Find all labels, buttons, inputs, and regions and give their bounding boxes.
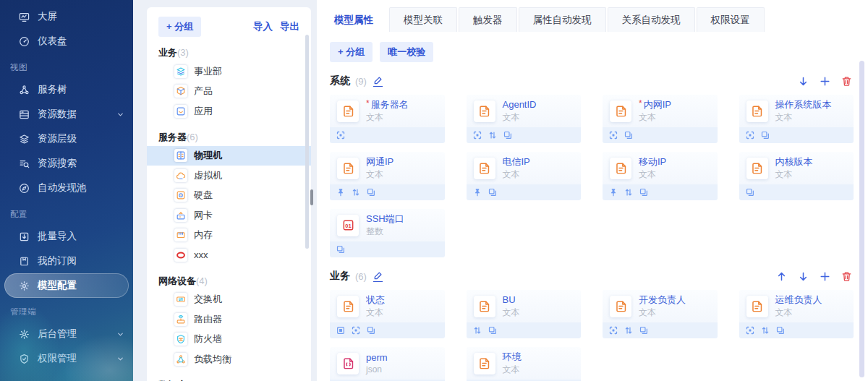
sidebar-item[interactable]: 模型配置 [4,273,129,298]
sidebar-item[interactable]: 大屏 [0,4,133,29]
focus-icon[interactable] [746,326,754,335]
attribute-card[interactable]: * 开发负责人 文本 [603,290,718,338]
pin-icon[interactable] [473,188,482,197]
model-item[interactable]: xxx [158,245,299,265]
focus-icon[interactable] [336,131,345,140]
export-link[interactable]: 导出 [280,20,299,33]
attribute-card[interactable]: * 内网IP 文本 [603,95,718,143]
model-item[interactable]: 产品 [158,82,299,102]
sort-icon[interactable] [473,326,482,335]
pin-icon[interactable] [609,188,618,197]
model-item[interactable]: 应用 [158,101,299,121]
add-attribute-group-button[interactable]: + 分组 [330,42,373,62]
model-item[interactable]: 事业部 [158,61,299,82]
tab[interactable]: 触发器 [459,7,517,32]
edit-pencil-icon[interactable] [373,76,383,87]
model-item[interactable]: 路由器 [158,309,299,330]
add-group-button[interactable]: + 分组 [158,17,201,37]
tab[interactable]: 关系自动发现 [608,7,695,32]
text-field-icon [610,100,631,122]
model-item[interactable]: 网卡 [158,205,299,226]
attribute-card[interactable]: * 内核版本 文本 [739,152,854,200]
tab[interactable]: 模型属性 [320,7,388,32]
model-item[interactable]: 硬盘 [158,186,299,206]
sidebar-item[interactable]: 自动发现池 [0,176,133,200]
arrow-up-icon[interactable] [776,271,787,282]
copy-icon[interactable] [488,188,497,197]
copy-icon[interactable] [367,188,375,197]
sidebar-item[interactable]: 资源搜索 [0,151,133,176]
sidebar-item[interactable]: 我的订阅 [0,249,133,273]
model-item[interactable]: 负载均衡 [158,349,299,369]
attribute-card[interactable]: * 移动IP 文本 [603,152,718,200]
panel-resize-handle[interactable] [310,189,313,205]
model-item[interactable]: 交换机 [158,290,299,310]
focus-icon[interactable] [609,326,618,335]
copy-icon[interactable] [336,245,345,254]
tab[interactable]: 属性自动发现 [519,7,606,32]
attribute-card[interactable]: * 环境 文本 [467,347,582,381]
copy-icon[interactable] [488,326,497,335]
plus-icon[interactable] [820,271,830,282]
model-item[interactable]: 虚拟机 [158,166,299,186]
import-link[interactable]: 导入 [253,20,273,33]
model-item[interactable]: 防火墙 [158,330,299,350]
copy-icon[interactable] [639,188,648,197]
focus-icon[interactable] [746,131,754,140]
attribute-card[interactable]: * AgentID 文本 [467,95,582,143]
trash-icon[interactable] [841,271,852,282]
attribute-card[interactable]: 01 * SSH端口 整数 [330,209,445,257]
attribute-card[interactable]: * 运维负责人 文本 [739,290,854,338]
copy-icon[interactable] [624,131,633,140]
sort-icon[interactable] [624,188,633,197]
edit-pencil-icon[interactable] [373,271,383,282]
attribute-card[interactable]: * 服务器名 文本 [330,95,445,143]
attribute-card[interactable]: * BU 文本 [467,290,582,338]
arrow-down-icon[interactable] [798,76,809,87]
focus-icon[interactable] [352,326,360,335]
copy-icon[interactable] [503,131,512,140]
sidebar-item[interactable]: 资源数据 [0,102,133,127]
unique-check-button[interactable]: 唯一校验 [380,42,433,62]
sort-icon[interactable] [624,326,633,335]
model-panel-scrollbar[interactable] [305,35,309,249]
model-item[interactable]: 物理机 [147,146,311,166]
attribute-card-body: * 环境 文本 [467,347,582,380]
copy-icon[interactable] [367,326,375,335]
switch-icon [174,293,187,306]
model-item[interactable]: 内存 [158,226,299,246]
trash-icon[interactable] [841,76,852,87]
focus-icon[interactable] [473,131,482,140]
arrow-down-icon[interactable] [798,271,809,282]
copy-icon[interactable] [776,326,785,335]
focus-icon[interactable] [609,131,618,140]
copy-icon[interactable] [761,131,770,140]
sidebar-item[interactable]: 仪表盘 [0,29,133,53]
sidebar-item[interactable]: 后台管理 [0,322,133,346]
main-scrollbar[interactable] [859,61,864,377]
sidebar-item[interactable]: 批量导入 [0,224,133,249]
sort-icon[interactable] [761,326,770,335]
text-field-icon [746,158,768,179]
sidebar-item[interactable]: 服务树 [0,77,133,102]
model-item-label: 交换机 [194,293,222,306]
sidebar-item[interactable]: 资源层级 [0,127,133,151]
copy-icon[interactable] [746,188,754,197]
sort-icon[interactable] [488,131,497,140]
copy-icon[interactable] [639,326,648,335]
plus-icon[interactable] [820,76,830,87]
sidebar-item[interactable]: 权限管理 [0,346,133,371]
sort-icon[interactable] [352,188,360,197]
attribute-card[interactable]: * 网通IP 文本 [330,152,445,200]
square-icon[interactable] [336,326,345,335]
tab[interactable]: 模型关联 [389,7,457,32]
pin-icon[interactable] [336,188,345,197]
attribute-card[interactable]: * 电信IP 文本 [467,152,582,200]
attribute-card[interactable]: * 状态 文本 [330,290,445,338]
tab[interactable]: 权限设置 [697,7,765,32]
attribute-card-body: * 网通IP 文本 [330,152,445,184]
attribute-name: 服务器名 [371,99,409,110]
attribute-card[interactable]: * perm json [330,347,445,381]
product-cube-icon [174,85,187,98]
attribute-card[interactable]: * 操作系统版本 文本 [739,95,854,143]
